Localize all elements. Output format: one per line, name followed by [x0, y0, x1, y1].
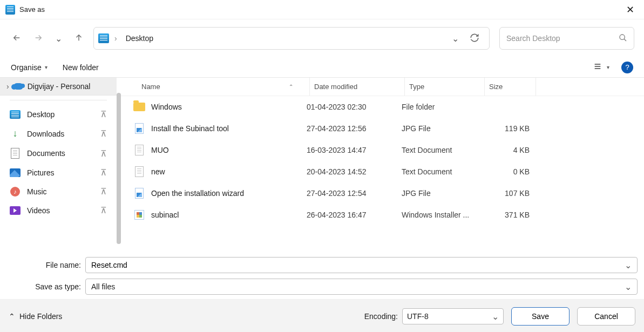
column-header-type[interactable]: Type — [405, 78, 485, 96]
savetype-value: All files — [91, 282, 625, 291]
cancel-button[interactable]: Cancel — [577, 307, 635, 326]
file-date: 27-04-2023 12:54 — [307, 189, 402, 198]
search-icon — [619, 33, 627, 44]
documents-icon — [11, 148, 19, 159]
dialog-footer: ⌃ Hide Folders Encoding: UTF-8 ⌄ Save Ca… — [0, 299, 644, 332]
installer-file-icon — [134, 210, 144, 220]
folder-icon — [133, 103, 145, 111]
sidebar-item-label: Digvijay - Personal — [28, 82, 91, 91]
file-row[interactable]: Open the installation wizard 27-04-2023 … — [121, 182, 644, 204]
jpg-file-icon — [135, 123, 144, 134]
file-row[interactable]: new 20-04-2023 14:52 Text Document 0 KB — [121, 161, 644, 182]
file-type: JPG File — [402, 189, 482, 198]
svg-point-0 — [620, 35, 625, 39]
sidebar-item-documents[interactable]: Documents ⊼ — [0, 144, 117, 163]
file-row[interactable]: Install the Subinacl tool 27-04-2023 12:… — [121, 118, 644, 139]
sidebar-scrollbar[interactable] — [117, 93, 121, 244]
help-button[interactable]: ? — [621, 62, 633, 73]
back-button[interactable] — [12, 33, 22, 44]
address-bar[interactable]: › Desktop ⌄ — [93, 27, 490, 50]
search-input[interactable] — [506, 34, 619, 43]
search-box[interactable] — [499, 27, 634, 50]
filename-input[interactable] — [91, 261, 625, 269]
file-date: 16-03-2023 14:47 — [307, 146, 402, 154]
column-headers: Name⌃ Date modified Type Size — [121, 78, 644, 96]
file-date: 20-04-2023 14:52 — [307, 167, 402, 176]
command-bar: Organise▾ New folder ▾ ? — [0, 57, 644, 78]
app-icon — [5, 5, 15, 15]
nav-buttons: ⌄ — [12, 33, 84, 44]
text-file-icon — [135, 166, 144, 177]
recent-locations-button[interactable]: ⌄ — [55, 33, 62, 44]
new-folder-button[interactable]: New folder — [63, 63, 99, 72]
file-rows: Windows 01-04-2023 02:30 File folder Ins… — [121, 96, 644, 249]
file-size: 371 KB — [482, 211, 533, 219]
file-row[interactable]: MUO 16-03-2023 14:47 Text Document 4 KB — [121, 139, 644, 161]
savetype-field[interactable]: All files ⌄ — [85, 279, 638, 295]
file-row[interactable]: Windows 01-04-2023 02:30 File folder — [121, 96, 644, 118]
chevron-down-icon: ▾ — [607, 64, 609, 70]
jpg-file-icon — [135, 188, 144, 199]
videos-icon — [10, 206, 21, 215]
refresh-button[interactable] — [464, 30, 485, 48]
column-header-date[interactable]: Date modified — [310, 78, 405, 96]
chevron-down-icon: ▾ — [45, 64, 48, 70]
file-type: JPG File — [402, 124, 482, 133]
encoding-label: Encoding: — [364, 312, 398, 321]
list-view-icon — [593, 62, 602, 72]
view-options-button[interactable]: ▾ — [593, 62, 609, 72]
file-size: 107 KB — [482, 189, 533, 198]
column-header-size[interactable]: Size — [485, 78, 536, 96]
pin-icon: ⊼ — [100, 148, 107, 159]
sidebar-item-label: Desktop — [27, 110, 55, 119]
file-list-pane: Name⌃ Date modified Type Size Windows 01… — [121, 78, 644, 249]
desktop-icon — [10, 110, 21, 119]
organise-button[interactable]: Organise▾ — [11, 63, 48, 72]
downloads-icon: ↓ — [13, 128, 18, 139]
filename-label: File name: — [6, 261, 81, 269]
breadcrumb-desktop[interactable]: Desktop — [124, 33, 155, 44]
onedrive-icon — [13, 83, 23, 90]
window-title: Save as — [19, 5, 622, 13]
pin-icon: ⊼ — [100, 205, 107, 215]
pictures-icon — [10, 168, 21, 177]
sidebar-quick-access: Desktop ⊼ ↓ Downloads ⊼ Documents ⊼ Pict… — [0, 105, 117, 249]
location-icon — [98, 33, 109, 43]
sidebar-item-desktop[interactable]: Desktop ⊼ — [0, 105, 117, 124]
pin-icon: ⊼ — [100, 109, 107, 119]
pin-icon: ⊼ — [100, 128, 107, 139]
up-button[interactable] — [74, 33, 84, 44]
chevron-down-icon[interactable]: ⌄ — [625, 282, 632, 292]
chevron-down-icon[interactable]: ⌄ — [625, 260, 632, 270]
breadcrumb-separator-icon: › — [112, 33, 119, 44]
file-date: 26-04-2023 16:47 — [307, 211, 402, 219]
savetype-label: Save as type: — [6, 282, 81, 291]
forward-button[interactable] — [33, 33, 43, 44]
chevron-down-icon: ⌄ — [492, 311, 499, 322]
sidebar-item-onedrive[interactable]: › Digvijay - Personal — [0, 78, 117, 96]
sidebar-item-music[interactable]: ♪ Music ⊼ — [0, 182, 117, 201]
column-header-name[interactable]: Name⌃ — [137, 78, 310, 96]
file-name: MUO — [151, 146, 307, 154]
dialog-body: › Digvijay - Personal Desktop ⊼ ↓ Downlo… — [0, 78, 644, 249]
sidebar-item-videos[interactable]: Videos ⊼ — [0, 201, 117, 220]
filename-field[interactable]: ⌄ — [85, 257, 638, 273]
sidebar-item-downloads[interactable]: ↓ Downloads ⊼ — [0, 124, 117, 144]
sidebar-item-label: Documents — [27, 149, 65, 158]
file-type: File folder — [402, 103, 482, 111]
file-date: 01-04-2023 02:30 — [307, 103, 402, 111]
file-date: 27-04-2023 12:56 — [307, 124, 402, 133]
save-form: File name: ⌄ Save as type: All files ⌄ — [0, 249, 644, 299]
save-button[interactable]: Save — [511, 307, 570, 326]
address-dropdown-button[interactable]: ⌄ — [446, 30, 464, 47]
sidebar-item-label: Downloads — [27, 130, 64, 138]
sidebar-item-label: Pictures — [27, 168, 55, 177]
hide-folders-button[interactable]: ⌃ Hide Folders — [9, 312, 62, 321]
music-icon: ♪ — [10, 187, 20, 197]
file-row[interactable]: subinacl 26-04-2023 16:47 Windows Instal… — [121, 204, 644, 226]
encoding-select[interactable]: UTF-8 ⌄ — [402, 308, 504, 324]
sidebar-item-label: Videos — [27, 206, 50, 215]
sidebar-item-label: Music — [27, 187, 47, 196]
close-button[interactable]: ✕ — [622, 2, 639, 18]
sidebar-item-pictures[interactable]: Pictures ⊼ — [0, 163, 117, 182]
